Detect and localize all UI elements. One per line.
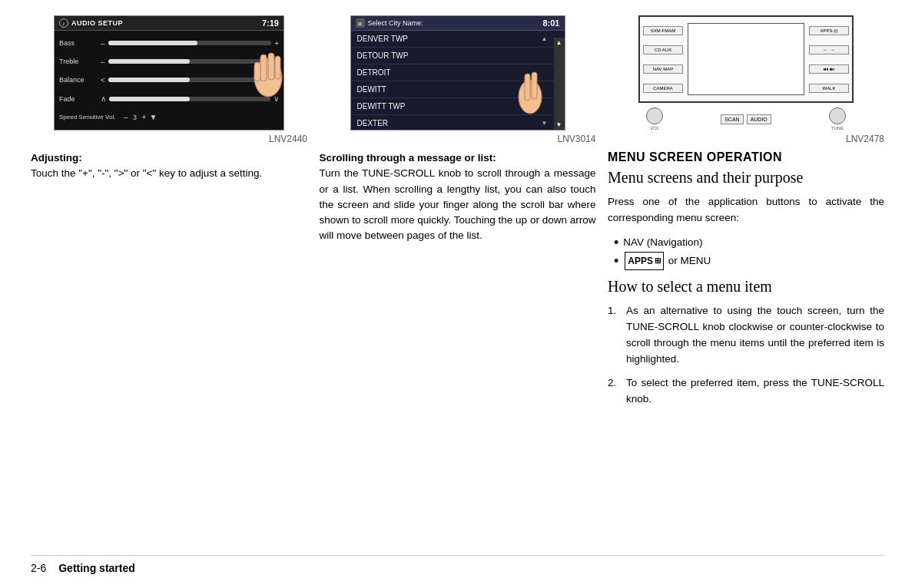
num-1: 1. <box>608 303 622 368</box>
left-knob[interactable] <box>646 107 663 124</box>
btn-camera[interactable]: CAMERA <box>643 84 683 93</box>
city-item-1[interactable]: DETOUR TWP <box>351 48 554 64</box>
audio-row-fade: Fade ∧ ∨ <box>59 94 279 103</box>
btn-scan[interactable]: SCAN <box>721 114 743 124</box>
tune-scroll-knob[interactable] <box>829 107 846 124</box>
btn-arrows[interactable]: ←→ <box>809 45 849 55</box>
scroll-down-icon[interactable]: ▼ <box>556 121 562 128</box>
footer-page-num: 2-6 <box>31 562 46 574</box>
audio-row-treble: Treble – + <box>59 58 279 66</box>
audio-setup-screen: ♪ AUDIO SETUP 7:19 Bass – + <box>54 15 284 130</box>
audio-time: 7:19 <box>262 18 279 28</box>
figure-right: SXM·FMAM CD AUX NAV MAP CAMERA APPS·(i) … <box>608 15 884 144</box>
audio-row-balance: Balance < > <box>59 76 279 84</box>
numbered-list: 1. As an alternative to using the touch … <box>608 303 884 408</box>
bullet-dot-1: • <box>614 236 618 249</box>
city-item-3[interactable]: DEWITT <box>351 81 554 98</box>
btn-apps[interactable]: APPS·(i) <box>809 26 849 35</box>
main-heading: MENU SCREEN OPERATION <box>608 150 884 164</box>
scroll-text: Scrolling through a message or list: Tur… <box>320 150 596 244</box>
city-title: Select City Name: <box>368 19 423 27</box>
bullet-list: • NAV (Navigation) • APPS⊞ or MENU <box>614 234 884 270</box>
fig-mid-caption: LNV3014 <box>320 134 596 144</box>
btn-nav[interactable]: NAV MAP <box>643 64 683 74</box>
btn-walk[interactable]: WALK <box>809 84 849 93</box>
audio-header: ♪ AUDIO SETUP 7:19 <box>55 16 283 31</box>
figure-left: ♪ AUDIO SETUP 7:19 Bass – + <box>31 15 307 144</box>
bullet-apps-content: APPS⊞ or MENU <box>623 252 711 270</box>
audio-rows: Bass – + Treble – + <box>55 31 283 130</box>
content-left: Adjusting: Touch the "+", "-", ">" or "<… <box>31 150 307 182</box>
center-display <box>688 23 804 95</box>
audio-title: AUDIO SETUP <box>71 19 123 27</box>
content-right: MENU SCREEN OPERATION Menu screens and t… <box>608 150 884 415</box>
city-header: ⊞ Select City Name: 8:01 <box>351 16 565 31</box>
numbered-item-2: 2. To select the preferred item, press t… <box>608 375 884 408</box>
left-knob-label: VOL <box>650 126 659 130</box>
or-text: or MENU <box>668 255 711 266</box>
fig-left-caption: LNV2440 <box>31 134 307 144</box>
intro-text: Press one of the application buttons to … <box>608 194 884 226</box>
footer: 2-6 Getting started <box>31 555 884 574</box>
btn-cd[interactable]: CD AUX <box>643 45 683 55</box>
bullet-dot-2: • <box>614 254 618 268</box>
city-item-0[interactable]: DENVER TWP ▲ <box>351 31 554 48</box>
footer-chapter: Getting started <box>58 562 135 574</box>
btn-audio[interactable]: AUDIO <box>747 114 771 124</box>
apps-badge: APPS⊞ <box>625 252 664 270</box>
figures-row: ♪ AUDIO SETUP 7:19 Bass – + <box>31 15 884 144</box>
audio-row-speed: Speed Sensitive Vol. – 3 + ▼ <box>59 113 279 121</box>
item-1-text: As an alternative to using the touch scr… <box>626 303 884 368</box>
audio-icon: ♪ <box>59 18 68 28</box>
head-unit-diagram: SXM·FMAM CD AUX NAV MAP CAMERA APPS·(i) … <box>631 15 861 130</box>
scroll-up-icon[interactable]: ▲ <box>556 39 562 46</box>
page-container: ♪ AUDIO SETUP 7:19 Bass – + <box>0 0 915 588</box>
city-icon: ⊞ <box>356 18 365 28</box>
tune-scroll-label: TUNE <box>831 126 844 130</box>
sub-heading: Menu screens and their purpose <box>608 169 884 187</box>
city-scrollbar[interactable]: ▲ ▼ <box>554 38 565 130</box>
numbered-item-1: 1. As an alternative to using the touch … <box>608 303 884 368</box>
city-time: 8:01 <box>542 18 559 28</box>
figure-mid: ⊞ Select City Name: 8:01 DENVER TWP ▲ DE… <box>320 15 596 144</box>
btn-sxm[interactable]: SXM·FMAM <box>643 26 683 35</box>
item-2-text: To select the preferred item, press the … <box>626 375 884 408</box>
how-heading: How to select a menu item <box>608 278 884 296</box>
city-item-4[interactable]: DEWITT TWP <box>351 98 554 115</box>
apps-badge-text: APPS <box>628 253 653 269</box>
adjust-text: Adjusting: Touch the "+", "-", ">" or "<… <box>31 150 307 182</box>
bullet-nav-text: NAV (Navigation) <box>623 234 702 252</box>
apps-badge-icon: ⊞ <box>655 254 661 267</box>
city-select-screen: ⊞ Select City Name: 8:01 DENVER TWP ▲ DE… <box>350 15 565 130</box>
fig-right-caption: LNV2478 <box>608 134 884 144</box>
content-row: Adjusting: Touch the "+", "-", ">" or "<… <box>31 150 884 415</box>
audio-row-bass: Bass – + <box>59 39 279 48</box>
city-item-5[interactable]: DEXTER ▼ <box>351 115 554 130</box>
content-mid: Scrolling through a message or list: Tur… <box>320 150 596 244</box>
num-2: 2. <box>608 375 622 408</box>
bullet-apps: • APPS⊞ or MENU <box>614 252 884 270</box>
city-item-2[interactable]: DETROIT <box>351 64 554 81</box>
bullet-nav: • NAV (Navigation) <box>614 234 884 252</box>
city-list: DENVER TWP ▲ DETOUR TWP DETROIT DEWITT D… <box>351 31 565 130</box>
btn-skip[interactable]: ⏮ ⏭ <box>809 64 849 74</box>
head-unit: SXM·FMAM CD AUX NAV MAP CAMERA APPS·(i) … <box>631 15 861 130</box>
